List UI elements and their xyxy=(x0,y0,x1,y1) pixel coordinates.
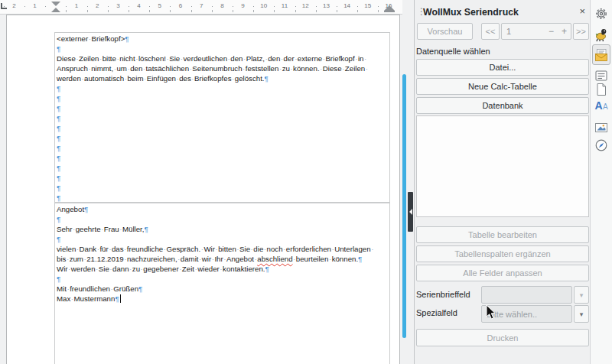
panel-close-icon[interactable]: × xyxy=(579,5,585,17)
next-record-button[interactable]: >> xyxy=(573,23,589,40)
document-line: ¶ xyxy=(57,214,389,224)
right-indent-marker[interactable] xyxy=(384,5,395,12)
datasource-section-label: Datenquelle wählen xyxy=(416,47,490,56)
preview-button[interactable]: Vorschau xyxy=(417,23,473,40)
ruler-number: 2 xyxy=(96,2,99,9)
edit-table-button[interactable]: Tabelle bearbeiten xyxy=(416,226,589,243)
right-indent-base xyxy=(384,11,395,12)
document-line: ¶ xyxy=(57,274,389,284)
document-page[interactable]: <externer·Briefkopf>¶¶Diese·Zeilen·bitte… xyxy=(6,15,400,364)
document-line: Anspruch·nimmt,·um·den·tatsächlichen·Sei… xyxy=(57,63,389,73)
document-line: ¶ xyxy=(57,163,389,173)
document-line: ¶ xyxy=(57,143,389,153)
navigator-icon[interactable] xyxy=(592,136,610,154)
letter-body-text: Angebot¶¶Sehr·geehrte·Frau·Müller,¶¶viel… xyxy=(55,203,389,304)
right-indent-triangle xyxy=(384,5,395,11)
pilcrow-mark: ¶ xyxy=(115,294,119,303)
vertical-scrollbar[interactable] xyxy=(402,15,408,364)
document-line: ¶ xyxy=(57,234,389,244)
file-button[interactable]: Datei... xyxy=(416,59,589,76)
letterhead-frame-text: <externer·Briefkopf>¶¶Diese·Zeilen·bitte… xyxy=(55,33,389,203)
print-button[interactable]: Drucken xyxy=(416,329,589,346)
adjust-all-fields-button[interactable]: Alle Felder anpassen xyxy=(416,265,589,281)
new-calc-table-button[interactable]: Neue Calc-Tabelle xyxy=(416,78,589,95)
svg-text:A: A xyxy=(603,102,608,111)
pilcrow-mark: ¶ xyxy=(57,114,60,122)
record-plus-button[interactable]: + xyxy=(558,26,571,37)
document-line: ¶ xyxy=(57,83,389,93)
application-window: 2112345678910111213141516 <externer·Brie… xyxy=(0,0,612,364)
record-minus-button[interactable]: − xyxy=(545,26,558,37)
scrollbar-thumb[interactable] xyxy=(402,74,406,338)
ruler-number: 3 xyxy=(116,2,119,9)
document-line: ¶ xyxy=(57,113,389,123)
pilcrow-mark: ¶ xyxy=(358,255,362,263)
ruler-number: 5 xyxy=(158,2,161,9)
ruler-number: 13 xyxy=(323,2,330,9)
wollmux-icon[interactable] xyxy=(592,25,610,44)
datasource-list[interactable] xyxy=(416,115,589,217)
left-indent-marker[interactable] xyxy=(51,2,60,12)
document-line: Max·Mustermann¶ xyxy=(57,294,389,304)
document-line: vielen·Dank·für·das·freundliche·Gespräch… xyxy=(57,244,389,254)
pilcrow-mark: ¶ xyxy=(57,124,60,132)
document-line: Mit·freundlichen·Grüßen¶ xyxy=(57,284,389,294)
ruler-number: 9 xyxy=(241,2,244,9)
record-number-value: 1 xyxy=(502,27,545,36)
pilcrow-mark: ¶ xyxy=(57,44,60,53)
pilcrow-mark: ¶ xyxy=(125,34,129,43)
special-field-dropdown-arrow-icon[interactable]: ▾ xyxy=(574,305,589,323)
database-button[interactable]: Datenbank xyxy=(416,97,589,114)
document-line: bis·zum·21.12.2019·nachzureichen,·damit·… xyxy=(57,254,389,264)
ruler-number: 4 xyxy=(137,2,140,9)
pilcrow-mark: ¶ xyxy=(84,205,88,213)
pilcrow-mark: ¶ xyxy=(57,94,60,102)
ruler-number: 1 xyxy=(33,2,36,9)
pilcrow-mark: ¶ xyxy=(57,174,60,182)
horizontal-ruler[interactable]: 2112345678910111213141516 xyxy=(0,0,402,15)
pilcrow-mark: ¶ xyxy=(57,154,60,162)
ruler-number: 2 xyxy=(12,2,15,9)
pilcrow-mark: ¶ xyxy=(57,275,60,283)
ruler-number: 1 xyxy=(75,2,78,9)
sidebar-settings-icon[interactable] xyxy=(592,5,610,23)
document-line: ¶ xyxy=(57,153,389,163)
upper-indent-triangle xyxy=(51,2,60,6)
svg-text:A: A xyxy=(595,99,603,112)
ruler-number: 15 xyxy=(364,2,371,9)
sidebar-tab-bar: A A xyxy=(590,0,612,364)
document-line: ¶ xyxy=(57,123,389,133)
collapse-arrow-icon xyxy=(409,209,412,215)
mailmerge-field-dropdown[interactable] xyxy=(481,286,572,304)
add-table-columns-button[interactable]: Tabellenspalten ergänzen xyxy=(416,245,589,262)
ruler-number: 7 xyxy=(200,2,203,9)
pilcrow-mark: ¶ xyxy=(265,265,269,273)
pilcrow-mark: ¶ xyxy=(138,284,142,293)
document-line: ¶ xyxy=(57,93,389,103)
text-caret xyxy=(120,294,121,303)
character-styles-icon[interactable]: A A xyxy=(592,96,610,115)
gallery-icon[interactable] xyxy=(592,119,610,137)
previous-record-button[interactable]: << xyxy=(481,23,500,40)
pilcrow-mark: ¶ xyxy=(145,225,148,233)
document-line: ¶ xyxy=(57,173,389,183)
document-line: ¶ xyxy=(57,193,389,203)
ruler-number: 12 xyxy=(302,2,309,9)
lower-indent-triangle xyxy=(51,8,60,12)
pilcrow-mark: ¶ xyxy=(57,164,60,172)
panel-title: WollMux Seriendruck xyxy=(423,7,519,18)
letterhead-placeholder-frame[interactable]: <externer·Briefkopf>¶¶Diese·Zeilen·bitte… xyxy=(54,32,390,203)
pilcrow-mark: ¶ xyxy=(57,184,60,192)
document-line: ¶ xyxy=(57,103,389,113)
pilcrow-mark: ¶ xyxy=(57,215,60,223)
document-line: Sehr·geehrte·Frau·Müller,¶ xyxy=(57,224,389,234)
mailmerge-field-dropdown-arrow-icon[interactable]: ▾ xyxy=(574,286,589,304)
record-number-spinner[interactable]: 1 − + xyxy=(501,23,571,40)
sidebar-collapse-handle[interactable] xyxy=(408,192,413,232)
pilcrow-mark: ¶ xyxy=(57,134,60,142)
pilcrow-mark: ¶ xyxy=(57,144,60,152)
wollmux-mailmerge-icon[interactable] xyxy=(592,44,610,65)
pilcrow-mark: ¶ xyxy=(57,84,60,93)
letter-body-frame[interactable]: Angebot¶¶Sehr·geehrte·Frau·Müller,¶¶viel… xyxy=(54,203,390,364)
special-field-label: Spezialfeld xyxy=(416,308,457,317)
